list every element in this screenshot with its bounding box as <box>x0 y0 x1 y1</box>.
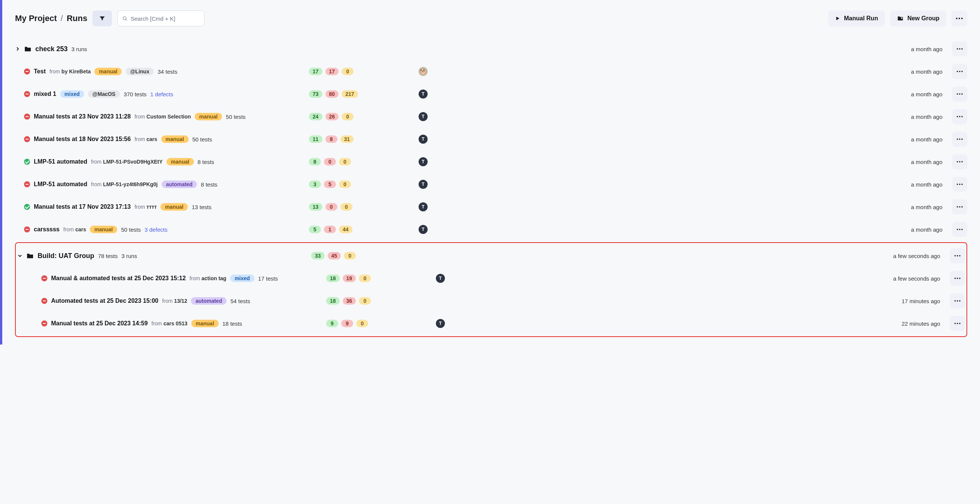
run-row[interactable]: LMP-51 automated from LMP-51-PSvoD9HgXEt… <box>15 150 967 173</box>
chevron-down-icon[interactable] <box>17 254 22 258</box>
avatar[interactable]: T <box>418 203 428 211</box>
breadcrumb-project[interactable]: My Project <box>15 14 57 23</box>
run-time: a month ago <box>886 226 942 233</box>
run-row[interactable]: Manual tests at 17 Nov 2023 17:13 from т… <box>15 196 967 218</box>
manual-run-label: Manual Run <box>844 15 878 22</box>
pill-pass: 11 <box>309 136 322 143</box>
run-time: a month ago <box>886 159 942 165</box>
dots-icon <box>955 323 961 324</box>
svg-point-5 <box>959 18 960 19</box>
row-more-button[interactable] <box>952 86 967 102</box>
run-row[interactable]: carsssss from cars manual 50 tests 3 def… <box>15 218 967 241</box>
dots-icon <box>957 116 963 117</box>
status-red-icon <box>41 321 47 327</box>
run-row[interactable]: Manual tests at 18 Nov 2023 15:56 from c… <box>15 128 967 150</box>
run-row[interactable]: Manual tests at 25 Dec 2023 14:59 from c… <box>17 312 965 335</box>
chevron-right-icon[interactable] <box>15 47 20 51</box>
manual-run-button[interactable]: Manual Run <box>828 11 885 26</box>
run-row[interactable]: Manual tests at 23 Nov 2023 11:28 from C… <box>15 105 967 128</box>
pill-fail: 17 <box>325 68 339 75</box>
breadcrumb-section[interactable]: Runs <box>67 14 87 23</box>
avatar[interactable]: T <box>436 319 445 328</box>
pill-pass: 3 <box>309 180 321 188</box>
svg-point-12 <box>961 71 963 72</box>
avatar[interactable]: T <box>418 180 428 189</box>
filter-button[interactable] <box>92 11 112 26</box>
pill-fail: 0 <box>325 203 337 211</box>
run-tests: 50 tests <box>192 136 212 142</box>
run-defects[interactable]: 1 defects <box>150 91 173 97</box>
avatar[interactable]: T <box>418 135 428 144</box>
row-more-button[interactable] <box>952 64 967 79</box>
dots-icon <box>957 48 963 49</box>
group-time: a few seconds ago <box>884 253 940 259</box>
svg-point-36 <box>959 255 961 257</box>
run-from: from тттт <box>135 204 157 210</box>
type-chip-automated: automated <box>162 180 197 188</box>
row-more-button[interactable] <box>950 293 965 308</box>
row-more-button[interactable] <box>952 132 967 147</box>
pill-pass: 18 <box>326 297 340 305</box>
run-row[interactable]: LMP-51 automated from LMP-51-yz4t6h9PKg0… <box>15 173 967 196</box>
run-row[interactable]: Automated tests at 25 Dec 2023 15:00 fro… <box>17 290 965 312</box>
svg-point-42 <box>959 300 961 301</box>
svg-point-35 <box>957 255 958 257</box>
row-more-button[interactable] <box>950 248 965 263</box>
svg-point-33 <box>961 229 963 230</box>
run-tests: 13 tests <box>192 204 212 210</box>
new-group-button[interactable]: New Group <box>890 11 946 26</box>
run-row[interactable]: mixed 1 mixed @MacOS 370 tests 1 defects… <box>15 83 967 105</box>
avatar[interactable]: T <box>418 157 428 166</box>
row-more-button[interactable] <box>952 177 967 192</box>
run-row[interactable]: Test from by KireBeta manual @Linux 34 t… <box>15 60 967 83</box>
run-tests: 50 tests <box>226 113 246 120</box>
group-row-check253[interactable]: check 253 3 runs a month ago <box>15 38 967 60</box>
run-time: 22 minutes ago <box>884 321 940 327</box>
run-tests: 18 tests <box>223 321 242 327</box>
run-from: from Custom Selection <box>135 113 191 120</box>
svg-point-40 <box>955 300 956 301</box>
pill-pass: 8 <box>309 158 321 166</box>
row-more-button[interactable] <box>952 199 967 214</box>
row-more-button[interactable] <box>952 222 967 237</box>
avatar[interactable]: 🐕 <box>418 67 428 76</box>
dots-icon <box>956 18 963 19</box>
status-red-icon <box>24 181 30 187</box>
row-more-button[interactable] <box>952 154 967 169</box>
run-title: LMP-51 automated <box>34 181 87 188</box>
type-chip-manual: manual <box>195 113 222 120</box>
group-row-uat[interactable]: Build: UAT Group 78 tests 3 runs 33 45 0… <box>17 244 965 267</box>
search-box[interactable] <box>117 11 204 26</box>
svg-point-39 <box>959 278 961 279</box>
run-time: a month ago <box>886 91 942 97</box>
run-row[interactable]: Manual & automated tests at 25 Dec 2023 … <box>17 267 965 290</box>
search-icon <box>122 16 127 21</box>
pill-skip: 0 <box>359 274 371 282</box>
row-more-button[interactable] <box>950 271 965 286</box>
more-menu-button[interactable] <box>951 11 967 26</box>
pill-fail: 0 <box>324 158 336 166</box>
run-tests: 17 tests <box>258 275 278 282</box>
status-red-icon <box>24 91 30 97</box>
avatar[interactable]: T <box>418 225 428 234</box>
row-more-button[interactable] <box>952 109 967 124</box>
type-chip-mixed: mixed <box>60 90 84 98</box>
pill-pass: 9 <box>326 320 338 327</box>
group-time: a month ago <box>886 46 942 52</box>
svg-point-25 <box>957 183 958 185</box>
run-time: 17 minutes ago <box>884 298 940 304</box>
row-more-button[interactable] <box>952 41 967 56</box>
dots-icon <box>957 161 963 163</box>
run-defects[interactable]: 3 defects <box>145 226 168 233</box>
group-title: check 253 <box>35 45 68 53</box>
row-more-button[interactable] <box>950 316 965 331</box>
search-input[interactable] <box>131 16 200 22</box>
new-group-label: New Group <box>907 15 939 22</box>
run-title: Manual tests at 23 Nov 2023 11:28 <box>34 113 131 120</box>
pill-group: 24 26 0 <box>309 113 353 120</box>
avatar[interactable]: T <box>418 112 428 121</box>
avatar[interactable]: T <box>436 274 445 283</box>
avatar[interactable]: T <box>418 89 428 99</box>
pill-fail: 9 <box>341 320 353 327</box>
breadcrumb: My Project / Runs <box>15 14 87 23</box>
